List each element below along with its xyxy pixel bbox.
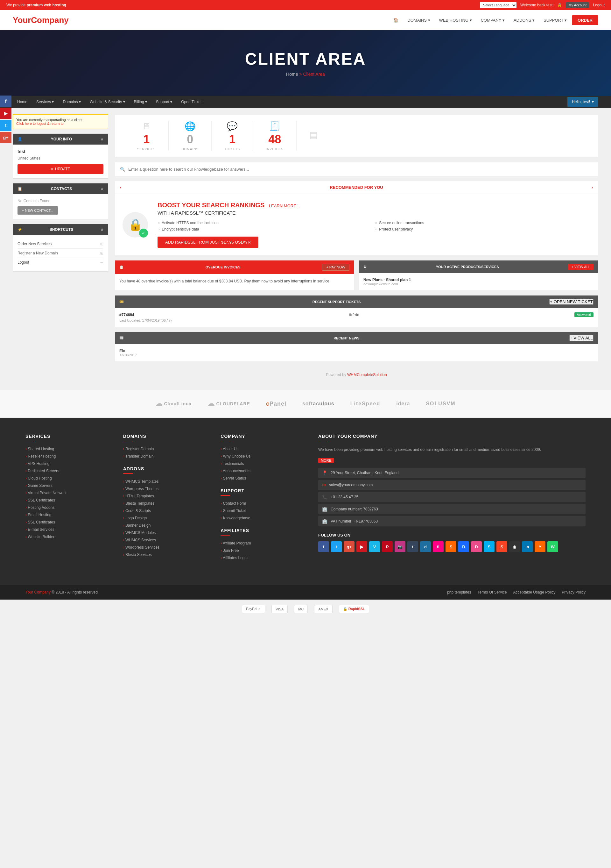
- subnav-services[interactable]: Services ▾: [32, 96, 58, 108]
- social-facebook[interactable]: f: [0, 96, 11, 107]
- footer-bottom: Your Company © 2018 - All rights reserve…: [0, 585, 611, 600]
- list-item: Testimonials: [221, 461, 305, 466]
- hero-banner: CLIENT AREA Home > Client Area: [0, 30, 611, 96]
- footer-col3: COMPANY About Us Why Choose Us Testimoni…: [221, 434, 305, 563]
- pay-now-button[interactable]: + PAY NOW: [322, 264, 350, 271]
- aup-link[interactable]: Acceptable Usage Policy: [513, 590, 555, 594]
- partner-idera: idera: [396, 401, 410, 407]
- footer-social-linkedin[interactable]: in: [522, 541, 533, 552]
- extra-icon: ▤: [309, 130, 318, 140]
- masquerade-logout-link[interactable]: Click here to logout & return to: [16, 122, 63, 126]
- overdue-header: 📋 OVERDUE INVOICES + PAY NOW: [115, 260, 354, 274]
- footer-social-github[interactable]: ◉: [509, 541, 520, 552]
- news-view-all-button[interactable]: + VIEW ALL: [569, 335, 594, 341]
- footer-social-stumbleupon2[interactable]: S: [497, 541, 507, 552]
- shortcut-domain-label: Register a New Domain: [17, 251, 58, 255]
- terms-link[interactable]: Terms Of Service: [478, 590, 507, 594]
- my-account-link[interactable]: My Account: [566, 2, 589, 8]
- footer-more-button[interactable]: MORE: [318, 458, 334, 463]
- search-input[interactable]: [128, 167, 593, 172]
- list-item: Affiliates Login: [221, 555, 305, 560]
- breadcrumb-home[interactable]: Home: [286, 72, 298, 77]
- whmcs-link[interactable]: WHMCompleteSolution: [347, 372, 387, 377]
- nav-domains[interactable]: DOMAINS ▾: [404, 15, 434, 25]
- subnav-domains[interactable]: Domains ▾: [58, 96, 85, 108]
- subnav-open-ticket[interactable]: Open Ticket: [176, 96, 206, 108]
- company-icon: 🏢: [322, 507, 328, 512]
- nav-addons[interactable]: ADDONS ▾: [510, 15, 538, 25]
- footer-social-googleplus[interactable]: g+: [344, 541, 354, 552]
- footer-social-whatsapp[interactable]: W: [548, 541, 558, 552]
- shortcut-logout[interactable]: Logout →: [17, 258, 104, 267]
- list-item: Wordpress Services: [123, 545, 208, 550]
- recommended-nav-next[interactable]: ›: [592, 185, 593, 190]
- footer-social-facebook[interactable]: f: [318, 541, 329, 552]
- logout-link[interactable]: Logout: [593, 3, 605, 7]
- subnav-website-security[interactable]: Website & Security ▾: [85, 96, 129, 108]
- subnav-support[interactable]: Support ▾: [152, 96, 176, 108]
- social-icons-footer: f t g+ ▶ V P 📷 t d fl S B D S S ◉ in: [318, 541, 586, 552]
- shortcut-order[interactable]: Order New Services ⊞: [17, 239, 104, 249]
- update-button[interactable]: ✏ UPDATE: [17, 164, 104, 174]
- contacts-toggle[interactable]: ∧: [101, 187, 104, 191]
- footer-social-dribbble[interactable]: D: [471, 541, 482, 552]
- footer-social-behance[interactable]: B: [458, 541, 469, 552]
- shortcuts-toggle[interactable]: ∧: [101, 227, 104, 232]
- language-select[interactable]: Select Language: [480, 2, 517, 8]
- social-googleplus[interactable]: g+: [0, 132, 11, 143]
- footer-social-digg[interactable]: d: [420, 541, 431, 552]
- stats-bar: 🖥 1 SERVICES 🌐 0 DOMAINS 💬 1 TICKETS 🧾 4…: [114, 114, 598, 158]
- list-item: Virtual Private Network: [25, 490, 110, 495]
- nav-support[interactable]: SUPPORT ▾: [540, 15, 571, 25]
- order-button[interactable]: ORDER: [572, 15, 598, 25]
- footer-social-skype[interactable]: S: [484, 541, 495, 552]
- ssl-learn-more[interactable]: LEARN MORE...: [269, 203, 300, 208]
- footer-company-link[interactable]: Your Company: [25, 590, 51, 594]
- rapidssl-icon: 🔒 RapidSSL: [339, 604, 369, 613]
- footer-social-vimeo[interactable]: V: [369, 541, 380, 552]
- amex-icon: AMEX: [314, 605, 332, 613]
- social-youtube[interactable]: ▶: [0, 108, 11, 119]
- footer-affiliates: AFFILIATES Affiliate Program Join Free A…: [221, 528, 305, 560]
- footer-social-instagram[interactable]: 📷: [394, 541, 405, 552]
- privacy-link[interactable]: Privacy Policy: [562, 590, 586, 594]
- subnav-home[interactable]: Home: [13, 96, 32, 108]
- footer-email: ✉ sales@yourcompany.com: [318, 480, 586, 490]
- recommended-nav-prev[interactable]: ‹: [120, 185, 121, 190]
- footer-social-flickr[interactable]: fl: [433, 541, 444, 552]
- shortcut-logout-icon: →: [100, 260, 104, 265]
- footer-phone: 📞 +01 23 45 47 25: [318, 492, 586, 502]
- footer-social-hackernews[interactable]: Y: [535, 541, 546, 552]
- footer-social-youtube[interactable]: ▶: [356, 541, 367, 552]
- invoices-icon: 🧾: [269, 121, 280, 132]
- new-contact-button[interactable]: + NEW CONTACT...: [17, 206, 58, 215]
- logo[interactable]: YourCompany: [13, 15, 69, 25]
- footer-social-pinterest[interactable]: P: [382, 541, 393, 552]
- contacts-title: CONTACTS: [51, 187, 72, 191]
- php-templates-link[interactable]: php templates: [447, 590, 471, 594]
- stat-tickets: 💬 1 TICKETS: [212, 121, 253, 151]
- shortcut-domain[interactable]: Register a New Domain ⊞: [17, 249, 104, 258]
- list-item: Code & Scripts: [123, 508, 208, 513]
- subnav-billing[interactable]: Billing ▾: [130, 96, 152, 108]
- social-twitter[interactable]: t: [0, 120, 11, 131]
- invoices-label: INVOICES: [266, 147, 283, 151]
- your-info-toggle[interactable]: ∧: [101, 137, 104, 141]
- news-icon: 📰: [119, 336, 124, 340]
- list-item: Contact Form: [221, 501, 305, 506]
- footer-social-stumble[interactable]: S: [445, 541, 456, 552]
- nav-webhosting[interactable]: WEB HOSTING ▾: [435, 15, 476, 25]
- your-info-body: test United States ✏ UPDATE: [13, 144, 108, 178]
- logo-main: Your: [13, 15, 31, 25]
- nav-home[interactable]: 🏠: [390, 15, 402, 25]
- view-all-products-button[interactable]: + VIEW ALL: [568, 264, 594, 270]
- invoices-count: 48: [268, 133, 281, 146]
- user-greeting: Hello, test!: [572, 100, 590, 104]
- nav-company[interactable]: COMPANY ▾: [477, 15, 509, 25]
- footer-copyright: Your Company © 2018 - All rights reserve…: [25, 590, 98, 594]
- ssl-cta-button[interactable]: ADD RAPIDSSL FROM JUST $17.95 USD/YR: [158, 237, 258, 248]
- open-ticket-button[interactable]: + OPEN NEW TICKET: [549, 299, 594, 305]
- footer-social-twitter[interactable]: t: [331, 541, 342, 552]
- news-item-date: 13/10/2017: [119, 353, 594, 357]
- footer-social-tumblr[interactable]: t: [407, 541, 418, 552]
